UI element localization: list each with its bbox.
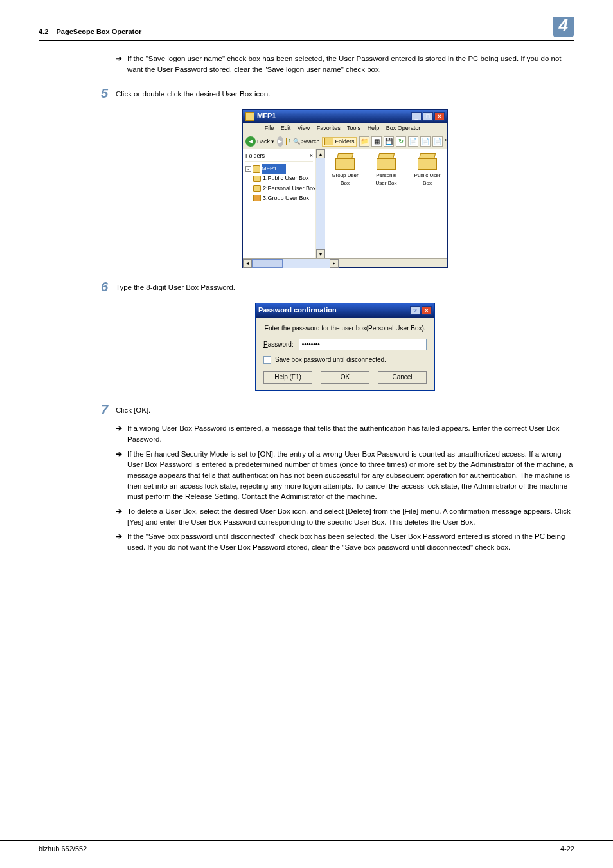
step-7-num: 7 (90, 402, 116, 417)
box-shape-icon (335, 153, 355, 170)
tree-vscroll[interactable]: ▴ ▾ (316, 149, 325, 258)
dialog-message: Enter the password for the user box(Pers… (263, 324, 427, 334)
mfp-screenshot: MFP1 _ □ × File Edit View Favorites Tool… (116, 109, 574, 268)
forward-button[interactable]: ► (277, 136, 283, 147)
mfp-window: MFP1 _ □ × File Edit View Favorites Tool… (242, 109, 448, 268)
back-label: Back (257, 138, 270, 146)
step-5: 5 Click or double-click the desired User… (90, 86, 574, 100)
footer-product: bizhub 652/552 (39, 845, 87, 853)
password-row: Password: •••••••• (263, 339, 427, 350)
save-password-label: Save box password until disconnected. (275, 356, 386, 365)
icons-pane: Group User Box Personal User Box Public … (325, 149, 447, 258)
box-icon-personal[interactable]: Personal User Box (370, 153, 402, 186)
save-password-checkbox[interactable] (263, 356, 271, 364)
menu-edit[interactable]: Edit (281, 125, 291, 131)
header-left: 4.2 PageScope Box Operator (39, 28, 141, 35)
dialog-cancel-button[interactable]: Cancel (378, 371, 427, 384)
tree-expand-icon[interactable]: - (245, 166, 251, 172)
folders-button[interactable]: Folders (322, 137, 357, 147)
close-button[interactable]: × (434, 112, 445, 121)
scroll-left-icon[interactable]: ◂ (243, 259, 252, 268)
box-label-3: Public User Box (411, 172, 443, 186)
tool-icon-5[interactable]: 📄 (408, 136, 418, 147)
tree-item-3-label: 3:Group User Box (263, 194, 309, 203)
dialog-actions: Help (F1) OK Cancel (263, 371, 427, 384)
menu-file[interactable]: File (265, 125, 274, 131)
tool-icon-4[interactable]: ↻ (396, 136, 406, 147)
tree-root[interactable]: MFP1 (262, 164, 286, 174)
dialog-help-button[interactable]: Help (F1) (263, 371, 312, 384)
step7-text-3: To delete a User Box, select the desired… (127, 506, 574, 527)
tree-item-1-label: 1:Public User Box (263, 174, 309, 183)
tool-icon-3[interactable]: 💾 (384, 136, 394, 147)
dialog-titlebar: Password confirmation ? × (256, 303, 434, 318)
maximize-button[interactable]: □ (423, 112, 433, 121)
menu-view[interactable]: View (298, 125, 310, 131)
footer-page: 4-22 (560, 845, 574, 853)
step-7-text: Click [OK]. (116, 402, 574, 417)
header-right: 4 (553, 26, 574, 37)
step-6: 6 Type the 8-digit User Box Password. (90, 280, 574, 294)
scroll-up-icon[interactable]: ▴ (316, 149, 325, 158)
box-icon-public[interactable]: Public User Box (411, 153, 443, 186)
toolbar-overflow-icon[interactable]: » (445, 136, 447, 147)
scroll-track[interactable] (316, 158, 325, 249)
menubar: File Edit View Favorites Tools Help Box … (243, 123, 447, 134)
scroll-right-icon[interactable]: ▸ (330, 259, 339, 268)
toolbar: ◄ Back ▾ ► ↑ 🔍 Search Folders 📁 ▦ (243, 134, 447, 149)
menu-favorites[interactable]: Favorites (317, 125, 341, 131)
menu-tools[interactable]: Tools (347, 125, 360, 131)
step7-bullet-4: ➔ If the "Save box password until discon… (116, 531, 574, 552)
tree-header-label: Folders (245, 152, 265, 160)
help-button[interactable]: ? (410, 306, 420, 315)
tree-item-1[interactable]: 1:Public User Box (245, 174, 313, 183)
tree-header: Folders × (245, 152, 313, 162)
tool-icon-2[interactable]: ▦ (371, 136, 382, 147)
box-shape-icon (377, 153, 396, 170)
menu-help[interactable]: Help (368, 125, 380, 131)
arrow-icon: ➔ (116, 449, 127, 502)
menu-boxoperator[interactable]: Box Operator (386, 125, 421, 131)
back-button[interactable]: ◄ Back ▾ (245, 136, 274, 147)
dialog-close-button[interactable]: × (422, 306, 432, 315)
back-dropdown-icon: ▾ (271, 138, 274, 146)
tree-item-2[interactable]: 2:Personal User Box (245, 184, 313, 194)
tree-close-icon[interactable]: × (310, 152, 313, 160)
tool-icon-6[interactable]: 📄 (420, 136, 431, 147)
box-label-2: Personal User Box (370, 172, 402, 186)
back-icon: ◄ (245, 136, 256, 147)
minimize-button[interactable]: _ (411, 112, 422, 121)
dialog-ok-button[interactable]: OK (321, 371, 369, 384)
tree-hscroll[interactable]: ◂ ▸ (243, 258, 447, 267)
search-icon: 🔍 (293, 138, 300, 146)
scroll-down-icon[interactable]: ▾ (316, 249, 325, 258)
hscroll-thumb[interactable] (252, 259, 283, 268)
titlebar: MFP1 _ □ × (243, 110, 447, 123)
content-body: ➔ If the "Save logon user name" check bo… (39, 53, 574, 553)
step7-bullet-2: ➔ If the Enhanced Security Mode is set t… (116, 449, 574, 502)
intro-bullet: ➔ If the "Save logon user name" check bo… (116, 53, 574, 75)
intro-text: If the "Save logon user name" check box … (127, 53, 574, 75)
box-icon-group[interactable]: Group User Box (329, 153, 361, 186)
search-button[interactable]: 🔍 Search (293, 138, 320, 146)
folder-icon (253, 176, 261, 182)
dialog-screenshot: Password confirmation ? × Enter the pass… (116, 303, 574, 391)
window-title: MFP1 (257, 111, 276, 122)
password-input[interactable]: •••••••• (299, 339, 427, 350)
up-folder-icon[interactable]: ↑ (286, 138, 287, 145)
tree-item-3[interactable]: 3:Group User Box (245, 194, 313, 203)
save-password-checkbox-row: Save box password until disconnected. (263, 356, 427, 365)
step7-bullet-3: ➔ To delete a User Box, select the desir… (116, 506, 574, 527)
folders-icon (324, 138, 333, 145)
password-dialog: Password confirmation ? × Enter the pass… (255, 303, 435, 391)
box-label-1: Group User Box (329, 172, 361, 186)
section-num: 4.2 (39, 28, 48, 35)
folder-icon (253, 185, 261, 192)
hscroll-track[interactable] (252, 259, 330, 268)
step7-text-4: If the "Save box password until disconne… (127, 531, 574, 552)
tool-icon-1[interactable]: 📁 (359, 136, 369, 147)
step7-text-1: If a wrong User Box Password is entered,… (127, 423, 574, 444)
section-title: PageScope Box Operator (57, 28, 142, 35)
tool-icon-7[interactable]: 📄 (432, 136, 443, 147)
tree-root-icon (253, 165, 260, 173)
